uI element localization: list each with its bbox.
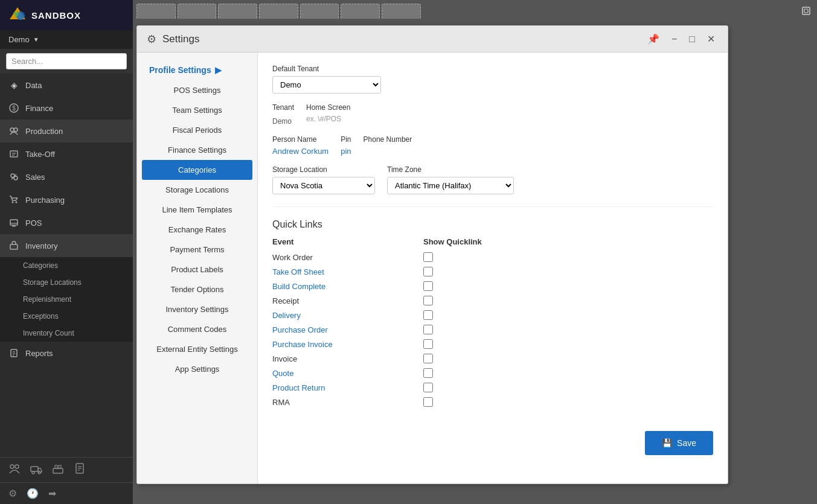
quick-link-event-label: Purchase Order (272, 325, 423, 334)
phone-number-label: Phone Number (364, 135, 412, 144)
quick-link-checkbox[interactable] (423, 397, 433, 407)
fiscal-periods-nav-item[interactable]: Fiscal Periods (137, 120, 257, 140)
maximize-button[interactable]: □ (686, 33, 698, 46)
arrow-right-icon: ▶ (215, 65, 222, 75)
timezone-col: Time Zone Atlantic Time (Halifax) (387, 165, 514, 194)
default-tenant-select[interactable]: Demo (272, 76, 381, 94)
user-menu[interactable]: Demo ▼ (0, 30, 133, 49)
quick-link-row: Build Complete (272, 279, 713, 293)
logout-icon[interactable]: ➡ (48, 488, 56, 499)
quick-link-row: Quote (272, 366, 713, 380)
tab-5[interactable] (300, 4, 339, 19)
people-icon[interactable] (8, 462, 21, 477)
sidebar-item-label: Finance (25, 104, 53, 113)
quick-link-event-label: RMA (272, 398, 423, 407)
sidebar-item-inventory-count[interactable]: Inventory Count (0, 325, 133, 342)
sidebar-item-pos[interactable]: POS (0, 211, 133, 234)
quick-link-event-label: Delivery (272, 311, 423, 320)
sidebar-bottom-icons (0, 457, 133, 482)
app-name: SANDBOX (31, 10, 81, 21)
svg-rect-26 (31, 467, 38, 471)
sandbox-logo-icon (8, 6, 27, 24)
tab-4[interactable] (259, 4, 298, 19)
tab-1[interactable] (136, 4, 176, 19)
sidebar-nav: ◈ Data $ Finance Production Take-Off Sa (0, 74, 133, 457)
sidebar-item-data[interactable]: ◈ Data (0, 74, 133, 97)
sidebar-item-finance[interactable]: $ Finance (0, 97, 133, 120)
storage-location-col: Storage Location Nova Scotia (272, 165, 375, 194)
finance-settings-nav-item[interactable]: Finance Settings (137, 140, 257, 160)
tab-6[interactable] (341, 4, 380, 19)
profile-settings-label: Profile Settings (149, 65, 211, 75)
sidebar-item-replenishment[interactable]: Replenishment (0, 291, 133, 308)
sales-icon (8, 171, 19, 182)
sidebar-item-label: Production (25, 127, 63, 136)
quick-link-row: Delivery (272, 308, 713, 322)
quick-link-checkbox[interactable] (423, 383, 433, 392)
external-entity-settings-nav-item[interactable]: External Entity Settings (137, 339, 257, 359)
minimize-button[interactable]: − (668, 33, 680, 46)
sidebar-item-purchasing[interactable]: Purchasing (0, 188, 133, 211)
event-col-header: Event (272, 237, 423, 246)
sidebar-item-reports[interactable]: Reports (0, 342, 133, 365)
quick-link-checkbox[interactable] (423, 310, 433, 320)
person-name-col: Person Name Andrew Corkum (272, 135, 328, 156)
categories-nav-item[interactable]: Categories (142, 160, 252, 180)
storage-location-label: Storage Location (272, 165, 375, 174)
pos-settings-nav-item[interactable]: POS Settings (137, 80, 257, 100)
quick-link-row: Receipt (272, 293, 713, 308)
quick-link-checkbox[interactable] (423, 267, 433, 276)
document-icon[interactable] (74, 462, 86, 477)
quick-links-title: Quick Links (272, 219, 713, 230)
truck-icon[interactable] (30, 462, 42, 477)
pos-icon (8, 217, 19, 228)
exchange-rates-nav-item[interactable]: Exchange Rates (137, 220, 257, 240)
quick-link-checkbox[interactable] (423, 281, 433, 291)
line-item-templates-nav-item[interactable]: Line Item Templates (137, 200, 257, 220)
pin-button[interactable]: 📌 (644, 32, 662, 46)
sidebar-item-categories[interactable]: Categories (0, 257, 133, 274)
quick-link-checkbox[interactable] (423, 252, 433, 262)
quick-link-checkbox[interactable] (423, 339, 433, 349)
close-button[interactable]: ✕ (704, 32, 718, 46)
quick-links-rows: Work Order Take Off Sheet Build Complete… (272, 250, 713, 409)
payment-terms-nav-item[interactable]: Payment Terms (137, 240, 257, 260)
storage-locations-nav-item[interactable]: Storage Locations (137, 180, 257, 200)
sidebar-item-production[interactable]: Production (0, 120, 133, 142)
restore-icon (801, 6, 811, 16)
production-icon (8, 126, 19, 136)
product-labels-nav-item[interactable]: Product Labels (137, 260, 257, 279)
team-settings-nav-item[interactable]: Team Settings (137, 100, 257, 120)
pin-label: Pin (341, 135, 351, 144)
factory-icon[interactable] (52, 462, 64, 477)
sidebar-item-exceptions[interactable]: Exceptions (0, 308, 133, 325)
quick-link-checkbox[interactable] (423, 368, 433, 378)
search-input[interactable] (6, 53, 127, 69)
sidebar-item-takeoff[interactable]: Take-Off (0, 142, 133, 165)
sidebar-item-storage-locations[interactable]: Storage Locations (0, 274, 133, 291)
sidebar-item-inventory[interactable]: Inventory (0, 234, 133, 257)
timezone-select[interactable]: Atlantic Time (Halifax) (387, 177, 514, 194)
person-name-value[interactable]: Andrew Corkum (272, 147, 328, 156)
tenant-homescreen-row: Tenant Demo Home Screen ex. \#/POS (272, 103, 713, 126)
pin-value[interactable]: pin (341, 147, 351, 156)
app-settings-nav-item[interactable]: App Settings (137, 359, 257, 379)
homescreen-col: Home Screen ex. \#/POS (306, 103, 350, 126)
svg-point-5 (10, 128, 14, 132)
clock-icon[interactable]: 🕐 (27, 488, 39, 499)
quick-link-checkbox[interactable] (423, 296, 433, 305)
storage-location-select[interactable]: Nova Scotia (272, 177, 375, 194)
svg-rect-7 (10, 151, 18, 157)
settings-icon[interactable]: ⚙ (8, 488, 17, 499)
save-button[interactable]: 💾 Save (645, 431, 713, 455)
quick-link-checkbox[interactable] (423, 325, 433, 334)
tab-2[interactable] (178, 4, 217, 19)
comment-codes-nav-item[interactable]: Comment Codes (137, 319, 257, 339)
tab-7[interactable] (382, 4, 421, 19)
profile-settings-nav-item[interactable]: Profile Settings ▶ (137, 60, 257, 80)
tender-options-nav-item[interactable]: Tender Options (137, 279, 257, 299)
tab-3[interactable] (218, 4, 257, 19)
quick-link-checkbox[interactable] (423, 354, 433, 363)
sidebar-item-sales[interactable]: Sales (0, 165, 133, 188)
inventory-settings-nav-item[interactable]: Inventory Settings (137, 299, 257, 319)
